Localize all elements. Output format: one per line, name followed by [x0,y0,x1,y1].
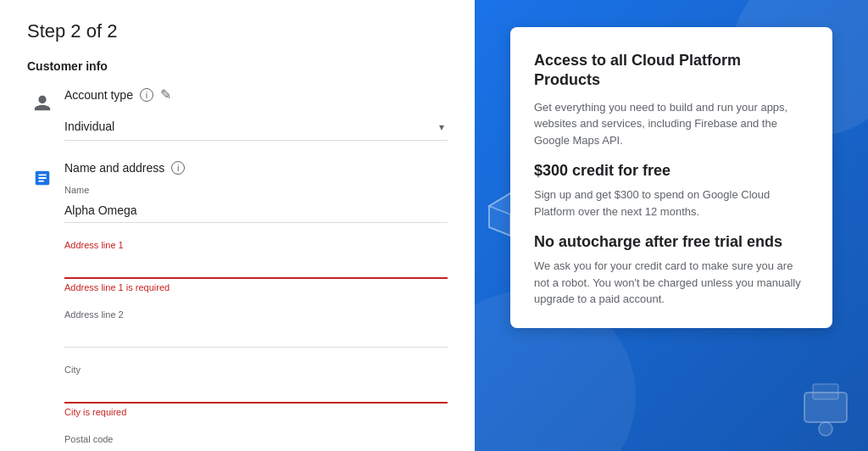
account-type-info-icon[interactable]: i [140,88,153,102]
svg-rect-5 [813,384,838,399]
info-card-title2: $300 credit for free [534,162,809,180]
city-error: City is required [64,407,448,417]
name-field-group: Name Alpha Omega [64,185,448,223]
address2-field-group: Address line 2 [64,309,448,348]
account-type-dropdown-wrapper: Individual Business ▾ [64,113,448,141]
info-card: Access to all Cloud Platform Products Ge… [510,27,832,328]
account-type-select[interactable]: Individual Business [64,113,448,141]
address1-input[interactable] [64,253,448,279]
postal-input[interactable] [64,448,414,451]
info-card-title1: Access to all Cloud Platform Products [534,51,809,91]
step-title: Step 2 of 2 [27,20,448,42]
info-card-desc3: We ask you for your credit card to make … [534,258,809,308]
city-field-group: City City is required [64,365,448,417]
name-value: Alpha Omega [64,198,448,223]
address1-label: Address line 1 [64,240,448,250]
customer-info-label: Customer info [27,59,448,73]
info-card-desc1: Get everything you need to build and run… [534,99,809,149]
account-type-label: Account type [64,88,133,102]
right-panel: Access to all Cloud Platform Products Ge… [475,0,868,451]
postal-label: Postal code [64,434,434,444]
account-type-section: Account type i ✎ Individual Business ▾ [27,86,448,154]
address-icon [27,163,58,193]
city-input[interactable] [64,378,448,404]
account-type-content: Account type i ✎ Individual Business ▾ [58,86,448,154]
address2-label: Address line 2 [64,309,448,320]
left-panel: Step 2 of 2 Customer info Account type i… [0,0,475,451]
city-label: City [64,365,448,375]
postal-row: Postal code i [64,434,448,451]
name-address-content: Name and address i Name Alpha Omega Addr… [58,161,448,451]
account-icon [27,88,58,119]
address2-input[interactable] [64,323,448,348]
postal-field-group: Postal code [64,434,434,451]
name-address-label: Name and address [64,161,164,175]
account-type-edit-icon[interactable]: ✎ [160,86,171,103]
info-card-desc2: Sign up and get $300 to spend on Google … [534,187,809,220]
name-address-header: Name and address i [64,161,448,175]
name-address-info-icon[interactable]: i [171,161,185,175]
info-card-title3: No autocharge after free trial ends [534,233,809,251]
name-address-section: Name and address i Name Alpha Omega Addr… [27,161,448,451]
svg-point-6 [819,422,832,436]
name-label: Name [64,185,448,195]
deco-shapes-bottom [792,371,860,443]
account-type-header: Account type i ✎ [64,86,448,103]
address1-field-group: Address line 1 Address line 1 is require… [64,240,448,292]
address1-error: Address line 1 is required [64,282,448,292]
